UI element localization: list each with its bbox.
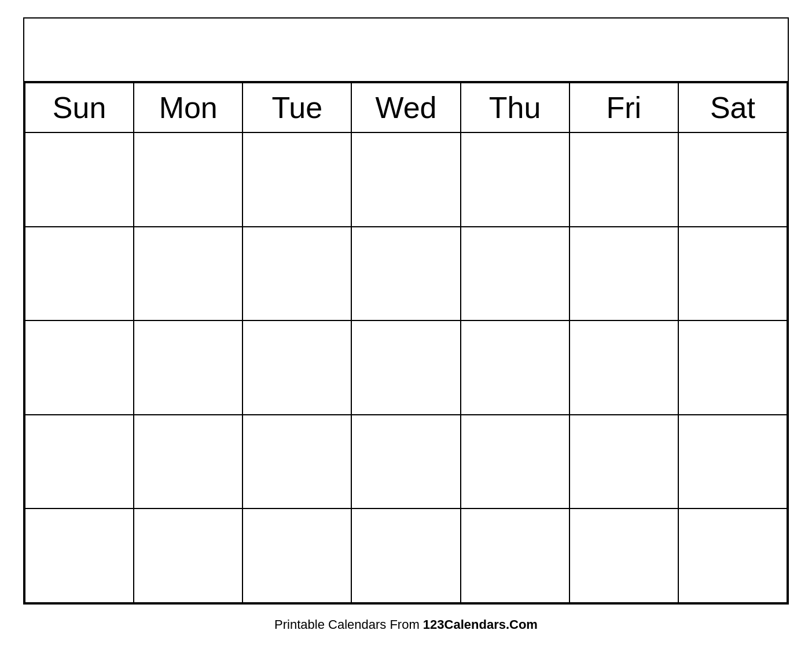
- header-mon: Mon: [134, 83, 243, 132]
- calendar-row-2: [25, 227, 787, 321]
- calendar-table: Sun Mon Tue Wed Thu Fri Sat: [24, 82, 788, 603]
- cell-2-6[interactable]: [569, 227, 678, 321]
- cell-5-7[interactable]: [678, 508, 787, 603]
- calendar-row-1: [25, 132, 787, 227]
- calendar-row-3: [25, 320, 787, 415]
- cell-5-4[interactable]: [351, 508, 460, 603]
- cell-5-6[interactable]: [569, 508, 678, 603]
- cell-3-1[interactable]: [25, 320, 134, 415]
- header-sun: Sun: [25, 83, 134, 132]
- cell-5-2[interactable]: [134, 508, 243, 603]
- cell-1-6[interactable]: [569, 132, 678, 227]
- calendar-row-4: [25, 415, 787, 509]
- cell-1-3[interactable]: [243, 132, 351, 227]
- footer-normal-text: Printable Calendars From: [274, 617, 423, 632]
- cell-5-5[interactable]: [461, 508, 569, 603]
- cell-4-6[interactable]: [569, 415, 678, 509]
- cell-5-1[interactable]: [25, 508, 134, 603]
- cell-4-1[interactable]: [25, 415, 134, 509]
- cell-4-7[interactable]: [678, 415, 787, 509]
- cell-4-4[interactable]: [351, 415, 460, 509]
- cell-3-2[interactable]: [134, 320, 243, 415]
- cell-3-6[interactable]: [569, 320, 678, 415]
- cell-1-7[interactable]: [678, 132, 787, 227]
- cell-2-3[interactable]: [243, 227, 351, 321]
- header-thu: Thu: [461, 83, 569, 132]
- cell-4-5[interactable]: [461, 415, 569, 509]
- cell-3-5[interactable]: [461, 320, 569, 415]
- calendar-row-5: [25, 508, 787, 603]
- cell-1-4[interactable]: [351, 132, 460, 227]
- page-wrapper: Sun Mon Tue Wed Thu Fri Sat: [0, 0, 812, 667]
- cell-4-3[interactable]: [243, 415, 351, 509]
- header-tue: Tue: [243, 83, 351, 132]
- cell-2-1[interactable]: [25, 227, 134, 321]
- cell-3-7[interactable]: [678, 320, 787, 415]
- header-sat: Sat: [678, 83, 787, 132]
- footer-bold-text: 123Calendars.Com: [423, 617, 538, 632]
- header-fri: Fri: [569, 83, 678, 132]
- cell-3-4[interactable]: [351, 320, 460, 415]
- cell-3-3[interactable]: [243, 320, 351, 415]
- cell-5-3[interactable]: [243, 508, 351, 603]
- cell-1-1[interactable]: [25, 132, 134, 227]
- cell-2-7[interactable]: [678, 227, 787, 321]
- cell-4-2[interactable]: [134, 415, 243, 509]
- cell-2-4[interactable]: [351, 227, 460, 321]
- title-row: [24, 19, 788, 82]
- day-header-row: Sun Mon Tue Wed Thu Fri Sat: [25, 83, 787, 132]
- cell-2-5[interactable]: [461, 227, 569, 321]
- cell-2-2[interactable]: [134, 227, 243, 321]
- footer: Printable Calendars From 123Calendars.Co…: [274, 617, 538, 632]
- cell-1-5[interactable]: [461, 132, 569, 227]
- header-wed: Wed: [351, 83, 460, 132]
- cell-1-2[interactable]: [134, 132, 243, 227]
- calendar-container: Sun Mon Tue Wed Thu Fri Sat: [23, 17, 789, 605]
